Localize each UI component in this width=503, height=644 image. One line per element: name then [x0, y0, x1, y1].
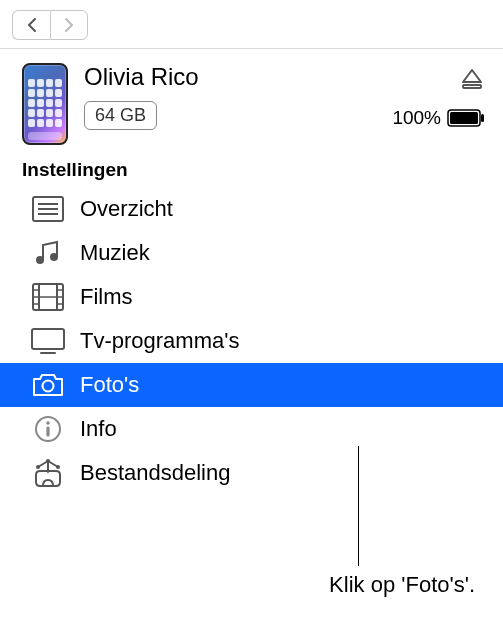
films-icon — [30, 282, 66, 312]
sidebar-item-label: Overzicht — [80, 196, 173, 222]
device-info: Olivia Rico 64 GB — [84, 63, 376, 130]
battery-percent: 100% — [392, 107, 441, 129]
battery-status: 100% — [392, 107, 485, 129]
sidebar-item-label: Foto's — [80, 372, 139, 398]
eject-icon — [459, 67, 485, 91]
sidebar-item-music[interactable]: Muziek — [0, 231, 503, 275]
svg-point-22 — [46, 421, 50, 425]
chevron-left-icon — [26, 17, 38, 33]
svg-point-9 — [50, 253, 58, 261]
sidebar-item-info[interactable]: Info — [0, 407, 503, 451]
eject-button[interactable] — [459, 67, 485, 95]
chevron-right-icon — [63, 17, 75, 33]
sidebar-item-label: Info — [80, 416, 117, 442]
svg-point-26 — [56, 465, 60, 469]
svg-rect-18 — [32, 329, 64, 349]
nav-forward-button[interactable] — [50, 10, 88, 40]
device-header: Olivia Rico 64 GB 100% — [0, 49, 503, 155]
svg-rect-2 — [450, 112, 478, 124]
tv-icon — [30, 326, 66, 356]
device-name: Olivia Rico — [84, 63, 376, 91]
battery-icon — [447, 109, 485, 127]
sidebar-item-photos[interactable]: Foto's — [0, 363, 503, 407]
sidebar-item-films[interactable]: Films — [0, 275, 503, 319]
camera-icon — [30, 370, 66, 400]
sidebar-item-tv[interactable]: Tv-programma's — [0, 319, 503, 363]
svg-rect-23 — [46, 427, 49, 437]
svg-point-25 — [36, 465, 40, 469]
sidebar-item-overview[interactable]: Overzicht — [0, 187, 503, 231]
filesharing-icon — [30, 458, 66, 488]
sidebar-item-label: Bestandsdeling — [80, 460, 230, 486]
svg-point-20 — [43, 381, 54, 392]
settings-header: Instellingen — [0, 155, 503, 187]
svg-point-8 — [36, 256, 44, 264]
info-icon — [30, 414, 66, 444]
capacity-badge: 64 GB — [84, 101, 157, 130]
callout-text: Klik op 'Foto's'. — [329, 572, 475, 598]
svg-point-24 — [46, 459, 50, 463]
svg-rect-3 — [481, 114, 484, 122]
settings-list: Overzicht Muziek Films — [0, 187, 503, 495]
device-thumbnail — [22, 63, 68, 145]
music-icon — [30, 238, 66, 268]
svg-rect-0 — [463, 85, 481, 88]
sidebar-item-label: Tv-programma's — [80, 328, 239, 354]
sidebar-item-label: Muziek — [80, 240, 150, 266]
nav-back-button[interactable] — [12, 10, 50, 40]
overview-icon — [30, 194, 66, 224]
toolbar — [0, 0, 503, 49]
sidebar-item-label: Films — [80, 284, 133, 310]
callout-line — [358, 446, 359, 566]
sidebar-item-filesharing[interactable]: Bestandsdeling — [0, 451, 503, 495]
